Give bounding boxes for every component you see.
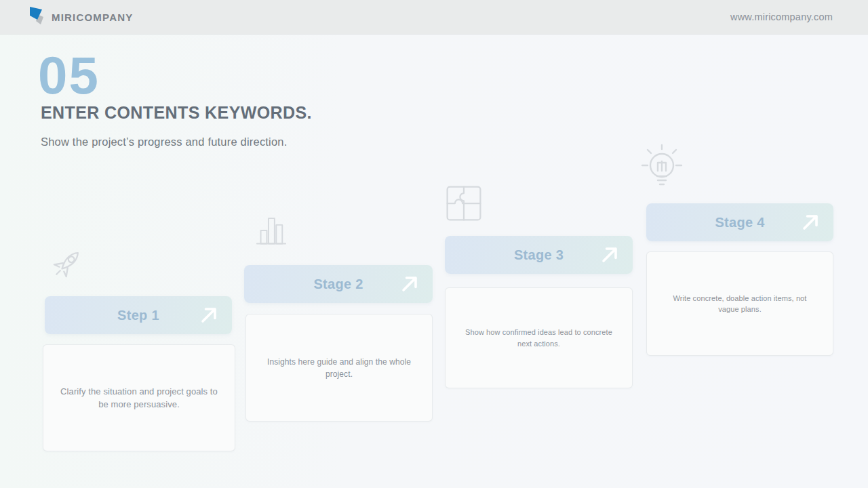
step-description: Insights here guide and align the whole …	[261, 356, 417, 380]
step-description: Clarify the situation and project goals …	[58, 385, 220, 411]
stage3-banner: Stage 3	[445, 236, 633, 274]
step1-card: Clarify the situation and project goals …	[43, 344, 235, 451]
header-bar: MIRICOMPANY www.miricompany.com	[0, 0, 868, 35]
step-label: Stage 4	[715, 215, 764, 230]
step-description: Write concrete, doable action items, not…	[662, 293, 818, 315]
stage2-banner: Stage 2	[244, 265, 433, 303]
lightbulb-icon	[639, 142, 685, 192]
step-label: Stage 3	[514, 247, 564, 263]
arrow-up-right-icon	[597, 243, 622, 267]
step-label: Stage 2	[313, 277, 363, 292]
stage4-banner: Stage 4	[646, 203, 833, 241]
puzzle-icon	[443, 183, 484, 224]
slide-number: 05	[38, 49, 100, 102]
brand-name: MIRICOMPANY	[52, 12, 133, 23]
stage2-card: Insights here guide and align the whole …	[245, 314, 433, 422]
step-label: Step 1	[117, 308, 159, 323]
bar-chart-icon	[254, 212, 289, 249]
rocket-icon	[45, 244, 87, 286]
arrow-up-right-icon	[397, 272, 422, 296]
brand: MIRICOMPANY	[28, 6, 133, 28]
website-url: www.miricompany.com	[730, 12, 833, 22]
brand-logo-icon	[28, 6, 45, 28]
slide-subtitle: Show the project’s progress and future d…	[41, 136, 288, 148]
stage3-card: Show how confirmed ideas lead to concret…	[445, 287, 633, 388]
slide-heading: ENTER CONTENTS KEYWORDS.	[41, 103, 312, 123]
step1-banner: Step 1	[45, 296, 232, 334]
step-description: Show how confirmed ideas lead to concret…	[460, 327, 617, 349]
stage4-card: Write concrete, doable action items, not…	[646, 251, 833, 356]
arrow-up-right-icon	[798, 210, 823, 235]
arrow-up-right-icon	[197, 303, 221, 327]
